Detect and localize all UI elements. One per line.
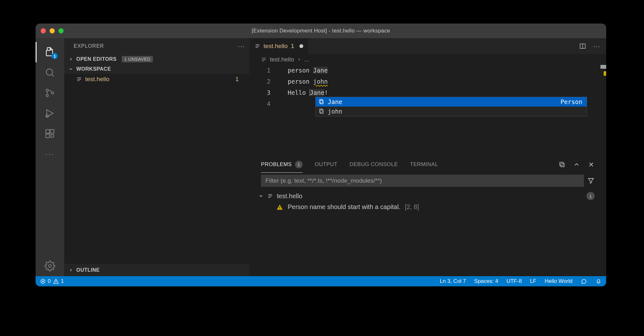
status-errors[interactable]: 0: [40, 278, 51, 284]
status-indentation[interactable]: Spaces: 4: [474, 278, 498, 284]
svg-point-1: [46, 89, 48, 91]
problem-message: Person name should start with a capital.: [288, 203, 401, 211]
split-editor-icon[interactable]: [579, 43, 586, 50]
sidebar-more-icon[interactable]: ···: [238, 43, 245, 50]
workspace-section[interactable]: WORKSPACE: [64, 64, 250, 74]
svg-rect-18: [279, 208, 280, 209]
panel-tab-output[interactable]: OUTPUT: [315, 156, 338, 173]
file-icon: [267, 193, 273, 199]
activity-settings[interactable]: [36, 256, 64, 276]
suggest-item-john[interactable]: john: [316, 107, 587, 116]
problem-group[interactable]: test.hello 1: [250, 189, 606, 201]
titlebar: [Extension Development Host] - test.hell…: [36, 24, 606, 38]
file-icon: [76, 76, 82, 82]
panel-tab-terminal[interactable]: TERMINAL: [410, 156, 438, 173]
editor-tabs: test.hello 1 ···: [250, 38, 606, 54]
problems-filter-input[interactable]: [261, 175, 584, 187]
code-editor[interactable]: 1 person Jane 2 person john 3 Hello Jane…: [250, 65, 606, 156]
open-editors-section[interactable]: OPEN EDITORS 1 UNSAVED: [64, 54, 250, 64]
file-name: test.hello: [85, 76, 109, 83]
svg-rect-15: [560, 162, 563, 166]
svg-rect-12: [320, 100, 323, 104]
breadcrumb-file: test.hello: [270, 56, 294, 63]
chevron-right-icon: [297, 58, 301, 61]
unsaved-badge: 1 UNSAVED: [122, 56, 153, 62]
tab-name: test.hello: [264, 43, 288, 50]
sidebar-explorer: EXPLORER ··· OPEN EDITORS 1 UNSAVED WORK…: [64, 38, 250, 276]
svg-rect-11: [319, 100, 322, 103]
close-panel-icon[interactable]: [588, 161, 595, 168]
open-editors-label: OPEN EDITORS: [76, 56, 117, 62]
svg-rect-7: [46, 134, 49, 137]
chevron-right-icon: [68, 267, 74, 273]
activity-search[interactable]: [36, 62, 64, 83]
panel-tab-problems[interactable]: PROBLEMS 1: [261, 156, 303, 173]
svg-point-2: [46, 94, 48, 97]
svg-rect-17: [279, 206, 280, 208]
chevron-right-icon: [68, 56, 74, 62]
problems-count-badge: 1: [295, 161, 303, 168]
editor-group: test.hello 1 ··· test.hello: [250, 38, 606, 276]
activity-source-control[interactable]: [36, 83, 64, 103]
activity-explorer[interactable]: 1: [36, 42, 64, 62]
svg-rect-13: [319, 109, 322, 113]
status-feedback-icon[interactable]: [581, 278, 587, 284]
problem-item[interactable]: Person name should start with a capital.…: [250, 201, 606, 213]
svg-rect-8: [51, 135, 54, 137]
status-warnings[interactable]: 1: [53, 278, 64, 284]
tab-dirty-indicator: [299, 44, 303, 48]
editor-more-icon[interactable]: ···: [593, 43, 600, 50]
activity-more[interactable]: ···: [36, 144, 64, 164]
filter-icon[interactable]: [587, 177, 595, 185]
suggest-item-jane[interactable]: Jane Person: [316, 97, 587, 107]
file-row-test-hello[interactable]: test.hello 1: [64, 74, 250, 85]
line-number: 2: [250, 78, 276, 85]
maximize-panel-icon[interactable]: [573, 161, 580, 168]
problem-group-count: 1: [586, 192, 595, 200]
tab-test-hello[interactable]: test.hello 1: [250, 38, 308, 54]
overview-ruler[interactable]: [600, 65, 606, 84]
panel-tab-debug-console[interactable]: DEBUG CONSOLE: [350, 156, 398, 173]
status-bell-icon[interactable]: [595, 278, 602, 284]
line-number: 3: [250, 89, 276, 96]
svg-point-3: [51, 92, 54, 94]
tab-problem-count: 1: [291, 43, 294, 50]
line-number: 4: [250, 100, 276, 107]
svg-rect-14: [320, 110, 323, 114]
code-line: person Jane: [288, 67, 328, 74]
svg-point-0: [46, 69, 53, 75]
body-area: 1 ··· EXPLORER: [36, 38, 606, 276]
code-line: Hello Jane!: [288, 89, 328, 96]
svg-point-9: [49, 265, 51, 268]
suggest-label: Jane: [328, 98, 342, 105]
file-icon: [255, 43, 260, 49]
status-cursor-position[interactable]: Ln 3, Col 7: [440, 278, 466, 284]
svg-rect-5: [46, 130, 49, 133]
problem-location: [2, 8]: [405, 203, 419, 211]
window-title: [Extension Development Host] - test.hell…: [36, 28, 606, 34]
status-language-mode[interactable]: Hello World: [545, 278, 572, 284]
activity-extensions[interactable]: [36, 123, 64, 144]
outline-section[interactable]: OUTLINE: [64, 263, 250, 276]
warning-icon: [276, 204, 283, 211]
status-eol[interactable]: LF: [530, 278, 537, 284]
breadcrumb[interactable]: test.hello ...: [250, 54, 606, 65]
workspace-label: WORKSPACE: [76, 66, 111, 72]
svg-rect-16: [561, 163, 564, 167]
status-bar: 0 1 Ln 3, Col 7 Spaces: 4 UTF-8 LF Hello…: [36, 276, 606, 286]
activity-run-debug[interactable]: [36, 103, 64, 123]
explorer-badge: 1: [51, 53, 58, 59]
outline-label: OUTLINE: [76, 267, 100, 273]
chevron-down-icon: [68, 66, 74, 72]
bottom-panel: PROBLEMS 1 OUTPUT DEBUG CONSOLE TERMINAL: [250, 156, 606, 276]
code-line: person john: [288, 78, 328, 85]
suggest-widget: Jane Person john: [315, 97, 587, 116]
status-encoding[interactable]: UTF-8: [506, 278, 522, 284]
suggest-label: john: [328, 108, 342, 115]
activity-bar: 1 ···: [36, 38, 64, 276]
problems-filter-row: [250, 173, 606, 189]
collapse-all-icon[interactable]: [558, 161, 565, 168]
file-icon: [261, 57, 267, 62]
file-problem-count: 1: [235, 76, 245, 83]
vscode-window: [Extension Development Host] - test.hell…: [36, 24, 606, 286]
